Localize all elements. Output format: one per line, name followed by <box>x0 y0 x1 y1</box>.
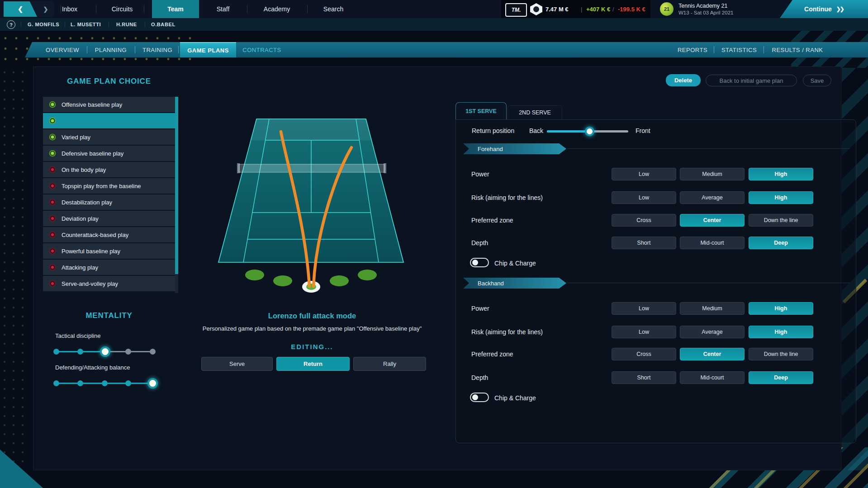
section-divider <box>567 148 850 149</box>
nav-item-academy[interactable]: Academy <box>257 0 296 18</box>
tab-contracts[interactable]: CONTRACTS <box>238 42 285 57</box>
mode-button-serve[interactable]: Serve <box>201 357 273 371</box>
help-icon[interactable]: ? <box>7 20 15 29</box>
slider-step[interactable] <box>125 380 131 386</box>
nav-item-circuits[interactable]: Circuits <box>105 0 139 18</box>
option-mid-court[interactable]: Mid-court <box>680 371 745 384</box>
tab-divider <box>135 46 135 53</box>
save-button[interactable]: Save <box>803 75 831 86</box>
return-position-min: Back <box>523 127 543 134</box>
nav-item-staff[interactable]: Staff <box>210 0 236 18</box>
slider-handle[interactable] <box>100 346 110 357</box>
list-item-game-plan[interactable]: On the body play <box>43 162 175 177</box>
tab-reports[interactable]: REPORTS <box>673 42 712 57</box>
option-high-selected[interactable]: High <box>749 168 813 180</box>
list-item-game-plan[interactable]: Varied play <box>43 129 175 145</box>
plan-type-icon <box>49 134 56 140</box>
defending-attacking-slider[interactable] <box>55 379 157 388</box>
mode-button-return[interactable]: Return <box>276 357 350 371</box>
list-item-game-plan[interactable]: Counterattack-based play <box>43 227 175 242</box>
tab-1st-serve[interactable]: 1ST SERVE <box>455 102 507 119</box>
currency-icon-ball <box>533 6 539 12</box>
option-down-the-line[interactable]: Down the line <box>749 214 813 227</box>
setting-row-depth: Depth Short Mid-court Deep <box>455 237 856 249</box>
tactical-discipline-slider[interactable] <box>55 347 157 356</box>
forward-icon: ❯ <box>43 6 48 13</box>
chip-and-charge-toggle[interactable] <box>470 393 489 402</box>
players-divider <box>65 22 65 27</box>
option-medium[interactable]: Medium <box>680 168 745 180</box>
nav-item-team[interactable]: Team <box>152 0 199 18</box>
tab-results-rank[interactable]: RESULTS / RANK <box>768 42 828 57</box>
option-down-the-line[interactable]: Down the line <box>749 348 813 360</box>
slider-step[interactable] <box>77 349 83 355</box>
option-low[interactable]: Low <box>612 191 676 204</box>
player-tab-rune[interactable]: H.RUNE <box>116 18 137 31</box>
option-average[interactable]: Average <box>680 326 745 338</box>
option-deep-selected[interactable]: Deep <box>749 237 813 249</box>
tab-statistics[interactable]: STATISTICS <box>717 42 761 57</box>
option-high-selected[interactable]: High <box>749 191 813 204</box>
option-high-selected[interactable]: High <box>749 302 813 315</box>
player-tab-babel[interactable]: O.BABEL <box>151 18 175 31</box>
list-item-game-plan[interactable]: Attacking play <box>43 260 175 275</box>
slider-step[interactable] <box>77 380 83 386</box>
list-item-game-plan[interactable]: Powerful baseline play <box>43 243 175 259</box>
mode-button-rally[interactable]: Rally <box>353 357 426 371</box>
tab-overview[interactable]: OVERVIEW <box>41 42 84 57</box>
section-header-forehand: Forehand <box>463 143 566 154</box>
option-medium[interactable]: Medium <box>680 302 745 315</box>
option-average[interactable]: Average <box>680 191 745 204</box>
list-item-game-plan-selected[interactable] <box>43 113 175 128</box>
toggle-knob <box>472 260 478 265</box>
option-mid-court[interactable]: Mid-court <box>680 237 745 249</box>
option-center-selected[interactable]: Center <box>680 348 745 360</box>
continue-label: Continue <box>804 5 832 13</box>
delete-button[interactable]: Delete <box>666 74 701 86</box>
slider-handle[interactable] <box>147 378 158 389</box>
plan-type-icon <box>49 150 56 156</box>
option-cross[interactable]: Cross <box>612 348 676 360</box>
list-item-game-plan[interactable]: Topspin play from the baseline <box>43 178 175 194</box>
option-short[interactable]: Short <box>612 237 676 249</box>
return-position-handle[interactable] <box>585 127 594 136</box>
option-center-selected[interactable]: Center <box>680 214 745 227</box>
chip-and-charge-toggle[interactable] <box>470 258 489 267</box>
tab-divider <box>714 46 714 53</box>
option-low[interactable]: Low <box>612 326 676 338</box>
slider-step[interactable] <box>53 349 59 355</box>
option-cross[interactable]: Cross <box>612 214 676 227</box>
list-item-game-plan[interactable]: Defensive baseline play <box>43 146 175 161</box>
continue-button[interactable]: Continue ❯❯ <box>780 0 868 18</box>
slider-step[interactable] <box>150 349 156 355</box>
list-item-game-plan[interactable]: Destabilization play <box>43 194 175 210</box>
scrollbar-thumb[interactable] <box>175 97 178 274</box>
forward-button[interactable]: ❯ <box>39 1 52 17</box>
option-high-selected[interactable]: High <box>749 326 813 338</box>
plan-type-icon <box>49 183 56 189</box>
list-item-game-plan[interactable]: Deviation play <box>43 211 175 226</box>
player-tab-monfils[interactable]: G. MONFILS <box>28 18 59 31</box>
money-separator: | <box>581 6 582 13</box>
player-tab-musetti[interactable]: L. MUSETTI <box>71 18 101 31</box>
tab-training[interactable]: TRAINING <box>138 42 177 57</box>
plan-type-icon <box>49 101 56 108</box>
nav-item-search[interactable]: Search <box>317 0 350 18</box>
tab-2nd-serve[interactable]: 2ND SERVE <box>508 105 562 119</box>
nav-item-inbox[interactable]: Inbox <box>56 0 84 18</box>
plan-name: Lorenzo full attack mode <box>199 312 425 320</box>
option-deep-selected[interactable]: Deep <box>749 371 813 384</box>
list-item-game-plan[interactable]: Serve-and-volley play <box>43 276 175 291</box>
slider-step[interactable] <box>102 380 108 386</box>
option-low[interactable]: Low <box>612 302 676 315</box>
back-to-initial-button[interactable]: Back to initial game plan <box>706 75 797 86</box>
section-divider <box>567 283 850 283</box>
list-item-game-plan[interactable]: Offensive baseline play <box>43 97 175 112</box>
tab-planning[interactable]: PLANNING <box>90 42 131 57</box>
slider-step[interactable] <box>53 380 59 386</box>
list-scrollbar[interactable] <box>175 97 178 293</box>
option-low[interactable]: Low <box>612 168 676 180</box>
tab-game-plans[interactable]: GAME PLANS <box>180 42 236 57</box>
option-short[interactable]: Short <box>612 371 676 384</box>
slider-step[interactable] <box>125 349 131 355</box>
